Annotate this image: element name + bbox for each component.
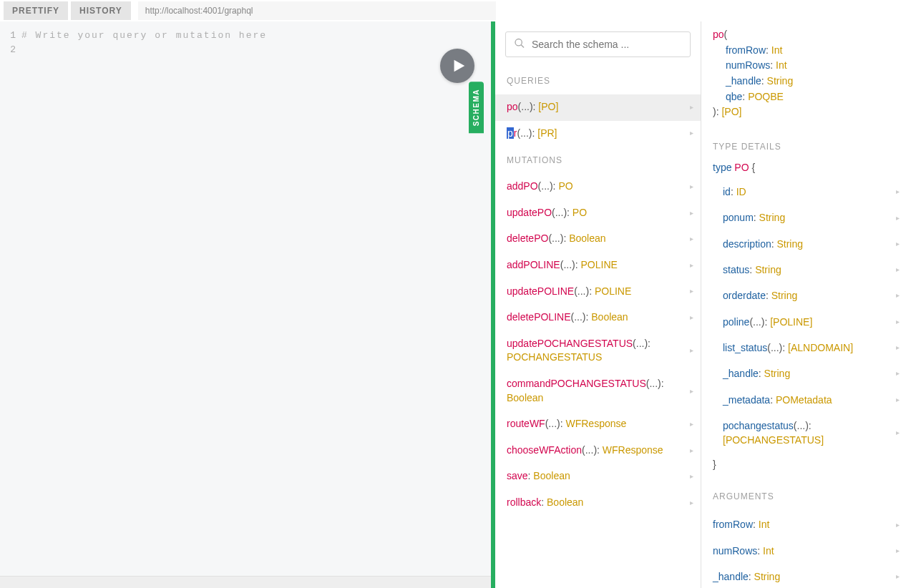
execute-button[interactable] <box>440 49 474 83</box>
mutation-row-chooseWFAction[interactable]: chooseWFAction(...): WFResponse▸ <box>495 438 701 464</box>
mutations-header: MUTATIONS <box>495 147 701 174</box>
chevron-right-icon: ▸ <box>896 317 900 328</box>
field-ponum[interactable]: ponum: String▸ <box>713 205 900 230</box>
sig-param-numRows: numRows: Int <box>713 58 900 74</box>
prettify-button[interactable]: PRETTIFY <box>4 1 68 20</box>
field-id[interactable]: id: ID▸ <box>713 179 900 205</box>
chevron-right-icon: ▸ <box>896 187 900 197</box>
signature: po( fromRow: IntnumRows: Int_handle: Str… <box>713 21 900 120</box>
chevron-right-icon: ▸ <box>690 182 693 192</box>
sig-param-qbe: qbe: POQBE <box>713 89 900 105</box>
keyword: type <box>713 162 731 173</box>
chevron-right-icon: ▸ <box>690 313 693 323</box>
paren: ( <box>724 29 728 40</box>
mutation-row-addPO[interactable]: addPO(...): PO▸ <box>495 174 701 200</box>
chevron-right-icon: ▸ <box>690 128 693 138</box>
argument-numRows[interactable]: numRows: Int▸ <box>713 538 900 564</box>
field-_handle[interactable]: _handle: String▸ <box>713 361 900 386</box>
chevron-right-icon: ▸ <box>690 260 693 270</box>
query-row-pr[interactable]: pr(...): [PR]▸ <box>495 121 701 147</box>
type-declaration: type PO { <box>713 162 900 173</box>
code-content: # Write your query or mutation here <box>21 29 491 576</box>
mutation-row-save[interactable]: save: Boolean▸ <box>495 464 701 490</box>
field-list_status[interactable]: list_status(...): [ALNDOMAIN]▸ <box>713 335 900 361</box>
chevron-right-icon: ▸ <box>896 343 900 353</box>
field-pochangestatus[interactable]: pochangestatus(...): [POCHANGESTATUS]▸ <box>713 413 900 454</box>
mutation-row-updatePO[interactable]: updatePO(...): PO▸ <box>495 200 701 227</box>
field-_metadata[interactable]: _metadata: POMetadata▸ <box>713 387 900 413</box>
chevron-right-icon: ▸ <box>896 546 900 557</box>
history-button[interactable]: HISTORY <box>71 1 131 20</box>
chevron-right-icon: ▸ <box>690 208 693 218</box>
chevron-right-icon: ▸ <box>690 102 693 112</box>
brace: { <box>751 162 755 173</box>
schema-tab[interactable]: SCHEMA <box>469 82 484 133</box>
chevron-right-icon: ▸ <box>896 290 900 301</box>
mutation-row-deletePOLINE[interactable]: deletePOLINE(...): Boolean▸ <box>495 305 701 331</box>
play-icon <box>451 58 467 74</box>
argument-_handle[interactable]: _handle: String▸ <box>713 564 900 588</box>
chevron-right-icon: ▸ <box>690 286 693 296</box>
toolbar: PRETTIFY HISTORY <box>0 0 911 21</box>
argument-fromRow[interactable]: fromRow: Int▸ <box>713 511 900 537</box>
arguments-header: ARGUMENTS <box>713 491 900 501</box>
chevron-right-icon: ▸ <box>896 368 900 379</box>
type-name: PO <box>734 162 749 173</box>
variables-bar[interactable] <box>0 576 491 588</box>
sig-name: po <box>713 29 724 40</box>
mutation-row-updatePOCHANGESTATUS[interactable]: updatePOCHANGESTATUS(...): POCHANGESTATU… <box>495 331 701 371</box>
field-orderdate[interactable]: orderdate: String▸ <box>713 283 900 308</box>
mutation-row-addPOLINE[interactable]: addPOLINE(...): POLINE▸ <box>495 253 701 279</box>
field-status[interactable]: status: String▸ <box>713 257 900 283</box>
chevron-right-icon: ▸ <box>690 419 693 429</box>
mutation-row-deletePO[interactable]: deletePO(...): Boolean▸ <box>495 226 701 253</box>
line-gutter: 1 2 <box>0 29 21 576</box>
svg-point-0 <box>515 39 522 46</box>
mutation-row-rollback[interactable]: rollback: Boolean▸ <box>495 490 701 516</box>
schema-search-input[interactable] <box>505 31 691 57</box>
brace: } <box>713 459 716 470</box>
schema-list: QUERIES po(...): [PO]▸pr(...): [PR]▸ MUT… <box>495 67 701 588</box>
chevron-right-icon: ▸ <box>690 346 693 356</box>
type-details-header: TYPE DETAILS <box>713 142 900 152</box>
main-area: 1 2 # Write your query or mutation here … <box>0 21 911 588</box>
chevron-right-icon: ▸ <box>690 386 693 396</box>
query-row-po[interactable]: po(...): [PO]▸ <box>495 94 701 121</box>
chevron-right-icon: ▸ <box>690 234 693 244</box>
sig-return-type[interactable]: [PO] <box>721 106 741 117</box>
chevron-right-icon: ▸ <box>896 394 900 405</box>
chevron-right-icon: ▸ <box>690 471 693 481</box>
mutation-row-commandPOCHANGESTATUS[interactable]: commandPOCHANGESTATUS(...): Boolean▸ <box>495 371 701 411</box>
chevron-right-icon: ▸ <box>896 519 900 530</box>
schema-pane: QUERIES po(...): [PO]▸pr(...): [PR]▸ MUT… <box>495 21 701 588</box>
chevron-right-icon: ▸ <box>896 212 900 223</box>
chevron-right-icon: ▸ <box>690 498 693 508</box>
chevron-right-icon: ▸ <box>896 265 900 275</box>
search-icon <box>514 38 525 52</box>
chevron-right-icon: ▸ <box>896 239 900 250</box>
mutation-row-updatePOLINE[interactable]: updatePOLINE(...): POLINE▸ <box>495 279 701 305</box>
line-number: 2 <box>0 43 16 57</box>
endpoint-url-input[interactable] <box>138 1 496 20</box>
field-description[interactable]: description: String▸ <box>713 231 900 257</box>
field-poline[interactable]: poline(...): [POLINE]▸ <box>713 309 900 335</box>
chevron-right-icon: ▸ <box>690 446 693 456</box>
line-number: 1 <box>0 29 16 43</box>
sig-param-_handle: _handle: String <box>713 74 900 89</box>
sig-param-fromRow: fromRow: Int <box>713 43 900 59</box>
mutation-row-routeWF[interactable]: routeWF(...): WFResponse▸ <box>495 411 701 438</box>
query-editor[interactable]: 1 2 # Write your query or mutation here <box>0 21 491 576</box>
chevron-right-icon: ▸ <box>896 428 900 438</box>
details-pane: po( fromRow: IntnumRows: Int_handle: Str… <box>701 21 911 588</box>
editor-pane: 1 2 # Write your query or mutation here <box>0 21 491 588</box>
svg-line-1 <box>521 45 524 48</box>
queries-header: QUERIES <box>495 67 701 94</box>
chevron-right-icon: ▸ <box>896 572 900 582</box>
